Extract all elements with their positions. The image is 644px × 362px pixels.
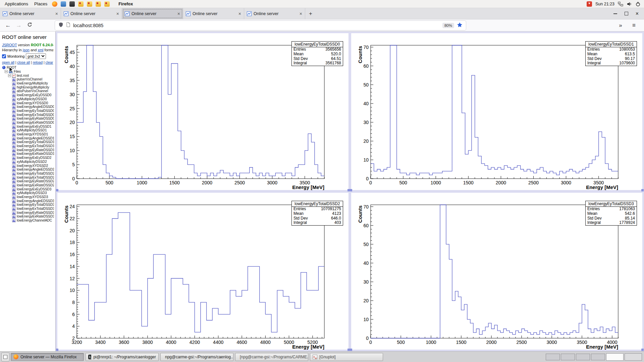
workspace-cell[interactable] bbox=[591, 354, 605, 360]
tree-item-histogram[interactable]: xyMultiplicityDSSD1 bbox=[12, 128, 54, 132]
tab-close-icon[interactable]: × bbox=[300, 11, 302, 16]
tree-item-histogram[interactable]: lowEnergyXYDSSD3 bbox=[12, 195, 54, 199]
tree-item-histogram[interactable]: lowEnergyEyRateDSSD2 bbox=[12, 179, 54, 183]
collapse-toggle-icon[interactable] bbox=[8, 74, 11, 77]
window-thumbnail[interactable] bbox=[625, 353, 642, 361]
xml-link[interactable]: xml bbox=[38, 48, 43, 52]
reload-button[interactable] bbox=[25, 22, 34, 29]
tree-item-histogram[interactable]: lowEnergyExEyDSSD2 bbox=[12, 156, 54, 160]
new-tab-button[interactable]: + bbox=[305, 8, 316, 19]
tree-item-histogram[interactable]: lowEnergyAngleEDSSD1 bbox=[12, 136, 54, 140]
tree-item-histogram[interactable]: lowEnergyChannelADC bbox=[12, 219, 54, 223]
browser-tab[interactable]: Online server× bbox=[122, 8, 183, 19]
tree-item-histogram[interactable]: xyMultiplicityDSSD0 bbox=[12, 97, 54, 101]
tree-item-histogram[interactable]: lowEnergyExTotalDSSD2 bbox=[12, 175, 54, 179]
tree-item-histogram[interactable]: lowEnergyExRateDSSD3 bbox=[12, 215, 54, 219]
tree-item-histogram[interactable]: lowEnergyEyTotalDSSD1 bbox=[12, 140, 54, 144]
jsroot-link[interactable]: JSROOT bbox=[2, 43, 17, 47]
tree-item-histogram[interactable]: lowEnergyAngleEDSSD3 bbox=[12, 199, 54, 203]
json-link[interactable]: json bbox=[23, 48, 30, 52]
workspace-cell[interactable] bbox=[576, 354, 590, 360]
tree-item-histogram[interactable]: lowEnergyExTotalDSSD3 bbox=[12, 207, 54, 211]
app-launcher-icon[interactable] bbox=[96, 1, 101, 7]
tree-item-histogram[interactable]: lowEnergyMultiplicity bbox=[12, 81, 54, 85]
terminal-launcher-icon[interactable] bbox=[69, 1, 75, 7]
window-close-button[interactable]: × bbox=[636, 11, 639, 16]
network-icon[interactable] bbox=[618, 1, 623, 7]
url-bar[interactable]: localhost:8085 80% bbox=[55, 21, 466, 30]
window-maximize-button[interactable] bbox=[625, 12, 628, 15]
url-text[interactable]: localhost:8085 bbox=[73, 23, 103, 28]
taskbar-item[interactable]: pi@nnrpi1: ~/Programs/caenlogger bbox=[86, 353, 159, 361]
tree-item-root[interactable]: ROOT bbox=[2, 66, 54, 70]
taskbar-item[interactable]: [npg@carme-gsi:~/Programs/CARME... bbox=[235, 353, 308, 361]
histogram-pad[interactable]: 0500100015002000250030003500051015202530… bbox=[57, 33, 348, 190]
histogram-pad[interactable]: 0500100015002000250030003500010203040506… bbox=[351, 33, 642, 190]
app-launcher-icon[interactable] bbox=[104, 1, 110, 7]
tree-item-test-root[interactable]: test.root bbox=[8, 73, 54, 77]
tree-item-histogram[interactable]: xyMultiplicityDSSD2 bbox=[12, 160, 54, 164]
browser-tab[interactable]: Online server× bbox=[0, 8, 61, 19]
monitoring-checkbox[interactable] bbox=[2, 54, 6, 58]
tree-item-histogram[interactable]: lowEnergyEyTotalDSSD0 bbox=[12, 109, 54, 113]
tree-item-histogram[interactable]: lowEnergyExEyDSSD0 bbox=[12, 93, 54, 97]
applications-menu[interactable]: Applications bbox=[3, 1, 30, 6]
pad-resize-handle[interactable] bbox=[56, 349, 58, 351]
taskbar-item[interactable]: [Gnuplot] bbox=[310, 353, 383, 361]
tree-item-files[interactable]: Files bbox=[5, 70, 54, 74]
tree-item-histogram[interactable]: lowEnergyEyRateDSSD0 bbox=[12, 117, 54, 121]
volume-icon[interactable] bbox=[627, 1, 632, 7]
places-menu[interactable]: Places bbox=[33, 1, 49, 6]
close-all-link[interactable]: close all bbox=[17, 60, 30, 64]
clock[interactable]: Sun 21:23 bbox=[595, 2, 614, 6]
pad-resize-handle[interactable] bbox=[641, 349, 644, 351]
browser-tab[interactable]: Online server× bbox=[61, 8, 122, 19]
firefox-launcher-icon[interactable] bbox=[52, 1, 57, 7]
taskbar-item[interactable]: npg@carme-gsi:~/Programs/caenlog... bbox=[160, 353, 233, 361]
tree-item-histogram[interactable]: lowEnergyExRateDSSD0 bbox=[12, 121, 54, 125]
tree-item-histogram[interactable]: lowEnergyAngleEDSSD0 bbox=[12, 105, 54, 109]
stats-box[interactable]: lowEnergyEyTotalDSSD0Entries3565656Mean5… bbox=[291, 41, 343, 66]
browser-tab[interactable]: Online server× bbox=[244, 8, 305, 19]
pad-resize-handle[interactable] bbox=[350, 189, 352, 191]
tree-item-histogram[interactable]: lowEnergyXYDSSD2 bbox=[12, 164, 54, 168]
clear-link[interactable]: clear bbox=[46, 60, 53, 64]
tree-item-histogram[interactable]: lowEnergyEyTotalDSSD2 bbox=[12, 172, 54, 176]
browser-tab[interactable]: Online server× bbox=[183, 8, 244, 19]
pad-resize-handle[interactable] bbox=[641, 189, 644, 191]
tree-item-histogram[interactable]: lowEnergyExTotalDSSD1 bbox=[12, 144, 54, 148]
pad-resize-handle[interactable] bbox=[350, 349, 352, 351]
bookmark-star-icon[interactable] bbox=[457, 22, 463, 29]
tree-item-histogram[interactable]: lowEnergyExRateDSSD2 bbox=[12, 183, 54, 187]
pad-resize-handle[interactable] bbox=[347, 349, 350, 351]
stats-box[interactable]: lowEnergyEyTotalDSSD1Entries1080053Mean6… bbox=[585, 41, 637, 66]
tree-item-histogram[interactable]: lowEnergyEyTotalDSSD3 bbox=[12, 203, 54, 207]
files-launcher-icon[interactable] bbox=[61, 1, 66, 7]
tree-item-histogram[interactable]: lowEnergyExEyDSSD3 bbox=[12, 187, 54, 191]
tree-item-histogram[interactable]: lowEnergyXYDSSD0 bbox=[12, 101, 54, 105]
app-launcher-icon[interactable] bbox=[78, 1, 84, 7]
power-icon[interactable] bbox=[635, 1, 641, 7]
tab-close-icon[interactable]: × bbox=[116, 11, 119, 16]
histogram-pad[interactable]: 0500100015002000250030003500400001020304… bbox=[351, 193, 642, 350]
tab-close-icon[interactable]: × bbox=[55, 11, 58, 16]
workspace-cell[interactable] bbox=[561, 354, 575, 360]
app-menu-button[interactable]: ≡ bbox=[630, 22, 638, 29]
tree-item-histogram[interactable]: lowEnergyExEyDSSD1 bbox=[12, 124, 54, 128]
status-indicator-icon[interactable] bbox=[587, 1, 592, 7]
tree-item-histogram[interactable]: highEnergyMultiplicity bbox=[12, 85, 54, 89]
pad-resize-handle[interactable] bbox=[56, 189, 58, 191]
stats-box[interactable]: lowEnergyEyTotalDSSD3Entries1781063Mean5… bbox=[585, 201, 637, 226]
overflow-menu-button[interactable]: » bbox=[616, 22, 625, 29]
window-minimize-button[interactable] bbox=[613, 13, 617, 14]
show-desktop-button[interactable] bbox=[1, 353, 9, 361]
tab-close-icon[interactable]: × bbox=[177, 11, 180, 16]
taskbar-item[interactable]: Online server — Mozilla Firefox bbox=[11, 353, 84, 361]
forward-button[interactable]: → bbox=[15, 22, 23, 29]
workspace-cell[interactable] bbox=[546, 354, 560, 360]
tree-item-histogram[interactable]: lowEnergyXYDSSD1 bbox=[12, 132, 54, 136]
tree-item-histogram[interactable]: pulserVsChannel bbox=[12, 77, 54, 81]
page-info-icon[interactable] bbox=[66, 22, 70, 28]
stats-box[interactable]: lowEnergyEyTotalDSSD2Entries107091275Mea… bbox=[291, 201, 343, 226]
open-all-link[interactable]: open all bbox=[2, 60, 14, 64]
